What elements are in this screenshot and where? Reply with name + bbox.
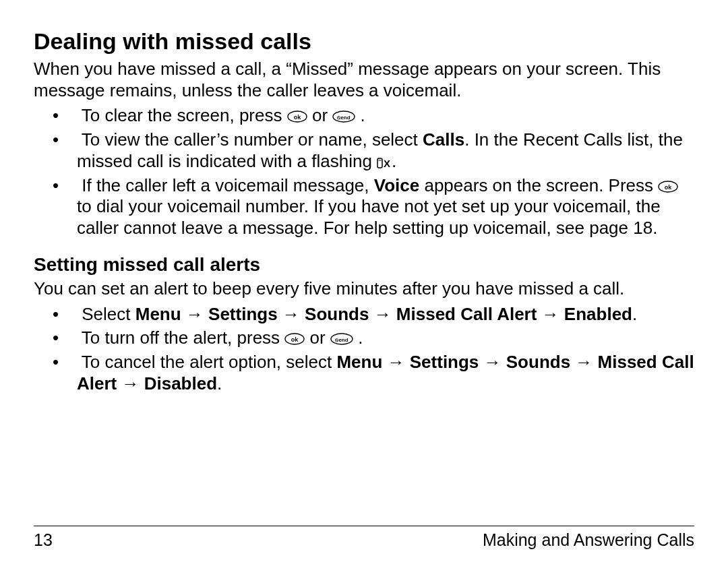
text: .: [358, 327, 363, 348]
text: .: [392, 151, 396, 171]
list-item: To view the caller’s number or name, sel…: [34, 129, 694, 173]
page-footer: 13 Making and Answering Calls: [34, 526, 694, 550]
text: appears on the screen. Press: [419, 175, 658, 195]
text: to dial your voicemail number. If you ha…: [77, 196, 661, 238]
text: .: [632, 304, 637, 324]
svg-text:⦸end: ⦸end: [337, 115, 351, 121]
end-key-icon: ⦸end: [332, 111, 355, 123]
alerts-paragraph: You can set an alert to beep every five …: [34, 278, 694, 300]
svg-text:ok: ok: [293, 114, 301, 121]
text: To clear the screen, press: [82, 105, 287, 125]
text: If the caller left a voicemail message,: [82, 175, 374, 195]
heading-setting-alerts: Setting missed call alerts: [34, 254, 694, 276]
section-title: Making and Answering Calls: [483, 530, 694, 550]
list-item: To clear the screen, press ok or ⦸end .: [34, 105, 694, 127]
calls-label: Calls: [423, 129, 464, 150]
ok-key-icon: ok: [658, 181, 678, 193]
text: Select: [82, 304, 135, 324]
missed-call-icon: X: [377, 154, 392, 173]
page-number: 13: [34, 530, 53, 550]
text: or: [312, 105, 332, 125]
svg-text:ok: ok: [291, 336, 299, 343]
text: or: [310, 327, 330, 348]
intro-paragraph: When you have missed a call, a “Missed” …: [34, 59, 694, 101]
menu-path-enable: Menu → Settings → Sounds → Missed Call A…: [135, 304, 632, 324]
missed-calls-list: To clear the screen, press ok or ⦸end . …: [34, 105, 694, 239]
content-area: Dealing with missed calls When you have …: [34, 23, 694, 526]
text: To view the caller’s number or name, sel…: [82, 129, 423, 150]
alerts-list: Select Menu → Settings → Sounds → Missed…: [34, 304, 694, 395]
text: .: [361, 105, 365, 125]
list-item: To cancel the alert option, select Menu …: [34, 352, 694, 394]
text: To cancel the alert option, select: [82, 352, 337, 372]
svg-text:⦸end: ⦸end: [334, 337, 348, 343]
heading-dealing-missed-calls: Dealing with missed calls: [34, 28, 694, 55]
text: .: [217, 373, 222, 394]
manual-page: Dealing with missed calls When you have …: [0, 0, 728, 562]
svg-rect-4: [377, 158, 382, 168]
text: To turn off the alert, press: [82, 327, 285, 348]
end-key-icon: ⦸end: [330, 333, 353, 345]
ok-key-icon: ok: [287, 111, 307, 123]
svg-text:ok: ok: [665, 183, 672, 190]
list-item: To turn off the alert, press ok or ⦸end …: [34, 327, 694, 349]
voice-label: Voice: [374, 175, 419, 195]
svg-text:X: X: [384, 158, 390, 169]
ok-key-icon: ok: [284, 333, 305, 345]
list-item: If the caller left a voicemail message, …: [34, 175, 694, 239]
list-item: Select Menu → Settings → Sounds → Missed…: [34, 304, 694, 325]
